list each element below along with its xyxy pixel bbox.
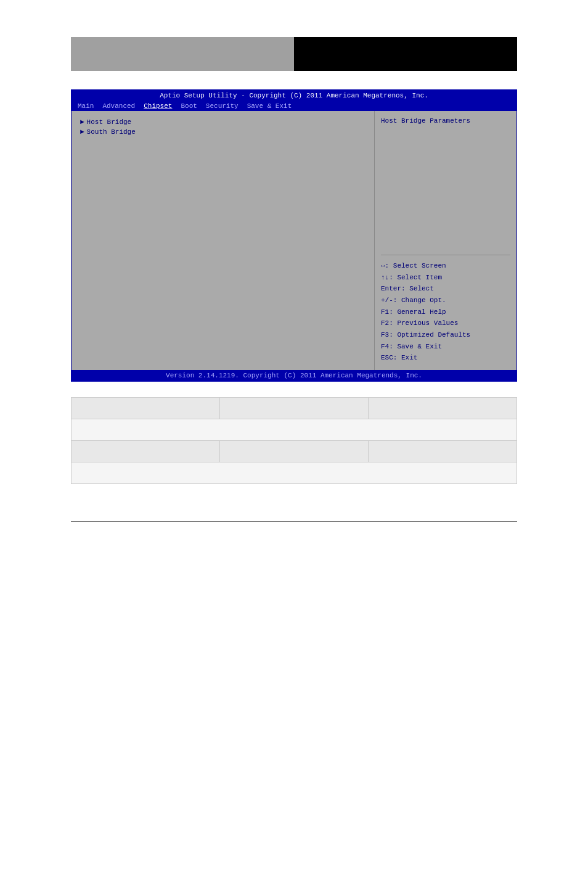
bios-menu-chipset[interactable]: Chipset: [144, 102, 172, 110]
bios-left-panel: ► Host Bridge ► South Bridge: [71, 111, 375, 370]
bios-menu-bar: Main Advanced Chipset Boot Security Save…: [71, 101, 517, 111]
bios-menu-save-exit[interactable]: Save & Exit: [247, 102, 292, 110]
table-row-2: [71, 419, 517, 441]
shortcut-select-screen: ↔: Select Screen: [381, 260, 510, 272]
bios-help-divider: [381, 255, 510, 255]
info-table: [71, 397, 517, 484]
table-row-1: [71, 398, 517, 419]
bios-right-panel: Host Bridge Parameters ↔: Select Screen …: [375, 111, 517, 370]
table-cell-1-2: [220, 398, 369, 419]
shortcut-select-item: ↑↓: Select Item: [381, 272, 510, 284]
shortcut-change-opt: +/-: Change Opt.: [381, 295, 510, 306]
table-cell-3-3: [369, 441, 517, 462]
bios-help-title: Host Bridge Parameters: [381, 117, 510, 125]
table-row-3: [71, 441, 517, 462]
bios-menu-boot[interactable]: Boot: [181, 102, 197, 110]
shortcut-save-exit: F4: Save & Exit: [381, 341, 510, 353]
bios-title: Aptio Setup Utility - Copyright (C) 2011…: [71, 90, 517, 101]
bios-menu-main[interactable]: Main: [78, 102, 94, 110]
table-cell-1-3: [369, 398, 517, 419]
shortcut-esc-exit: ESC: Exit: [381, 352, 510, 364]
south-bridge-label: South Bridge: [87, 128, 136, 136]
bios-content: ► Host Bridge ► South Bridge Host Bridge…: [71, 111, 517, 370]
table-row-4: [71, 462, 517, 484]
table-cell-1-1: [71, 398, 220, 419]
top-banner-right: [294, 37, 517, 71]
table-cell-2-wide: [71, 419, 517, 441]
host-bridge-arrow: ►: [80, 118, 84, 126]
bottom-rule: [71, 521, 517, 522]
shortcut-enter-select: Enter: Select: [381, 283, 510, 295]
bios-menu-security[interactable]: Security: [206, 102, 239, 110]
shortcut-general-help: F1: General Help: [381, 306, 510, 318]
bios-footer: Version 2.14.1219. Copyright (C) 2011 Am…: [71, 370, 517, 381]
bios-menu-advanced[interactable]: Advanced: [102, 102, 135, 110]
top-banner-left: [71, 37, 294, 71]
bios-entry-south-bridge[interactable]: ► South Bridge: [78, 127, 368, 137]
bios-shortcut-list: ↔: Select Screen ↑↓: Select Item Enter: …: [381, 260, 510, 364]
host-bridge-label: Host Bridge: [87, 118, 132, 126]
bios-screen: Aptio Setup Utility - Copyright (C) 2011…: [71, 89, 517, 382]
info-table-area: [71, 397, 517, 484]
bios-entry-host-bridge[interactable]: ► Host Bridge: [78, 117, 368, 127]
top-banner: [71, 37, 517, 71]
table-cell-3-2: [220, 441, 369, 462]
shortcut-previous-values: F2: Previous Values: [381, 318, 510, 329]
table-cell-3-1: [71, 441, 220, 462]
shortcut-optimized-defaults: F3: Optimized Defaults: [381, 329, 510, 341]
south-bridge-arrow: ►: [80, 128, 84, 136]
table-cell-4-wide: [71, 462, 517, 484]
